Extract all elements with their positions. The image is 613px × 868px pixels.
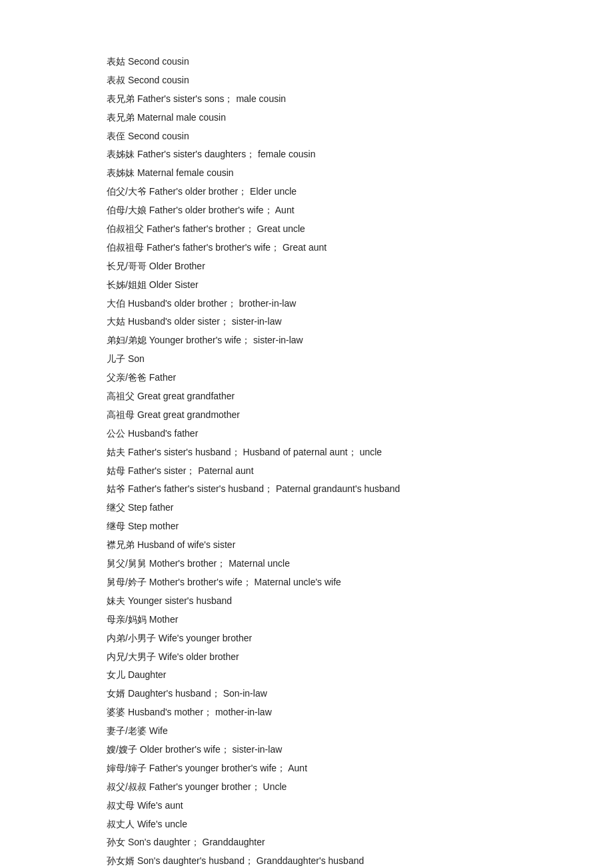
list-item: 表姑 Second cousin xyxy=(107,53,506,71)
chinese-term: 儿子 xyxy=(107,353,125,364)
english-definition: Second cousin xyxy=(128,56,189,67)
chinese-term: 大伯 xyxy=(107,298,125,309)
english-definition: Great great grandfather xyxy=(137,391,235,401)
list-item: 妻子/老婆 Wife xyxy=(107,723,506,740)
chinese-term: 伯叔祖母 xyxy=(107,242,144,253)
english-definition: Father's younger brother's wife； Aunt xyxy=(149,763,307,773)
list-item: 姑夫 Father's sister's husband； Husband of… xyxy=(107,444,506,461)
english-definition: Son's daughter's husband； Granddaughter'… xyxy=(137,855,364,866)
list-item: 高祖母 Great great grandmother xyxy=(107,407,506,424)
english-definition: Older Brother xyxy=(149,261,205,271)
chinese-term: 高祖父 xyxy=(107,391,135,401)
chinese-term: 内弟/小男子 xyxy=(107,633,156,643)
list-item: 伯叔祖父 Father's father's brother； Great un… xyxy=(107,221,506,238)
english-definition: Wife xyxy=(149,725,168,736)
list-item: 伯叔祖母 Father's father's brother's wife； G… xyxy=(107,239,506,257)
english-definition: Father xyxy=(149,372,176,383)
chinese-term: 伯父/大爷 xyxy=(107,186,147,197)
english-definition: Mother's brother； Maternal uncle xyxy=(149,558,290,569)
list-item: 襟兄弟 Husband of wife's sister xyxy=(107,537,506,554)
chinese-term: 表兄弟 xyxy=(107,93,135,104)
chinese-term: 高祖母 xyxy=(107,409,135,420)
list-item: 姑母 Father's sister； Paternal aunt xyxy=(107,463,506,480)
english-definition: Husband of wife's sister xyxy=(137,539,235,550)
english-definition: Father's older brother's wife； Aunt xyxy=(149,205,295,215)
list-item: 表叔 Second cousin xyxy=(107,72,506,89)
list-item: 叔父/叔叔 Father's younger brother； Uncle xyxy=(107,779,506,796)
english-definition: Husband's older brother； brother-in-law xyxy=(128,298,296,309)
chinese-term: 大姑 xyxy=(107,316,125,327)
chinese-term: 表姊妹 xyxy=(107,167,135,178)
chinese-term: 叔丈人 xyxy=(107,819,135,829)
english-definition: Step mother xyxy=(128,521,179,531)
list-item: 孙女婿 Son's daughter's husband； Granddaugh… xyxy=(107,853,506,868)
list-item: 伯父/大爷 Father's older brother； Elder uncl… xyxy=(107,183,506,201)
chinese-term: 叔丈母 xyxy=(107,800,135,811)
list-item: 女儿 Daughter xyxy=(107,667,506,684)
english-definition: Wife's younger brother xyxy=(159,633,252,643)
english-definition: Second cousin xyxy=(128,75,189,85)
chinese-term: 继父 xyxy=(107,502,125,513)
list-item: 父亲/爸爸 Father xyxy=(107,369,506,387)
chinese-term: 舅父/舅舅 xyxy=(107,558,147,569)
english-definition: Husband's older sister； sister-in-law xyxy=(128,316,282,327)
english-definition: Husband's father xyxy=(128,428,198,439)
list-item: 女婿 Daughter's husband； Son-in-law xyxy=(107,685,506,703)
chinese-term: 表兄弟 xyxy=(107,112,135,123)
english-definition: Father's sister's daughters； female cous… xyxy=(137,149,316,159)
chinese-term: 长姊/姐姐 xyxy=(107,279,147,290)
chinese-term: 孙女婿 xyxy=(107,855,135,866)
english-definition: Father's father's brother's wife； Great … xyxy=(147,242,326,253)
list-item: 婶母/婶子 Father's younger brother's wife； A… xyxy=(107,760,506,777)
english-definition: Maternal male cousin xyxy=(137,112,226,123)
list-item: 叔丈母 Wife's aunt xyxy=(107,797,506,815)
english-definition: Daughter's husband； Son-in-law xyxy=(128,688,267,699)
chinese-term: 伯母/大娘 xyxy=(107,205,147,215)
list-item: 嫂/嫂子 Older brother's wife； sister-in-law xyxy=(107,741,506,759)
list-item: 舅父/舅舅 Mother's brother； Maternal uncle xyxy=(107,555,506,573)
chinese-term: 婶母/婶子 xyxy=(107,763,147,773)
english-definition: Older brother's wife； sister-in-law xyxy=(140,744,283,755)
chinese-term: 女婿 xyxy=(107,688,125,699)
chinese-term: 表姊妹 xyxy=(107,149,135,159)
english-definition: Father's father's brother； Great uncle xyxy=(147,223,305,234)
english-definition: Father's sister's sons； male cousin xyxy=(137,93,286,104)
english-definition: Husband's mother； mother-in-law xyxy=(128,707,272,717)
list-item: 伯母/大娘 Father's older brother's wife； Aun… xyxy=(107,202,506,219)
english-definition: Maternal female cousin xyxy=(137,167,234,178)
list-item: 长姊/姐姐 Older Sister xyxy=(107,277,506,294)
chinese-term: 婆婆 xyxy=(107,707,125,717)
list-item: 婆婆 Husband's mother； mother-in-law xyxy=(107,704,506,721)
list-item: 大姑 Husband's older sister； sister-in-law xyxy=(107,313,506,331)
chinese-term: 继母 xyxy=(107,521,125,531)
chinese-term: 伯叔祖父 xyxy=(107,223,144,234)
list-item: 叔丈人 Wife's uncle xyxy=(107,816,506,833)
chinese-term: 姑母 xyxy=(107,465,125,476)
english-definition: Wife's aunt xyxy=(137,800,183,811)
chinese-term: 表侄 xyxy=(107,131,125,141)
chinese-term: 表姑 xyxy=(107,56,125,67)
chinese-term: 舅母/妗子 xyxy=(107,577,147,587)
list-item: 继父 Step father xyxy=(107,499,506,517)
chinese-term: 表叔 xyxy=(107,75,125,85)
english-definition: Older Sister xyxy=(149,279,199,290)
list-item: 公公 Husband's father xyxy=(107,425,506,443)
list-item: 孙女 Son's daughter； Granddaughter xyxy=(107,834,506,851)
list-item: 表姊妹 Father's sister's daughters； female … xyxy=(107,146,506,163)
chinese-term: 叔父/叔叔 xyxy=(107,781,147,792)
list-item: 高祖父 Great great grandfather xyxy=(107,388,506,405)
english-definition: Second cousin xyxy=(128,131,189,141)
chinese-term: 姑爷 xyxy=(107,483,125,494)
list-item: 舅母/妗子 Mother's brother's wife； Maternal … xyxy=(107,574,506,591)
chinese-term: 姑夫 xyxy=(107,447,125,457)
english-definition: Wife's older brother xyxy=(159,651,239,662)
chinese-term: 内兄/大男子 xyxy=(107,651,156,662)
list-item: 母亲/妈妈 Mother xyxy=(107,611,506,629)
content-list: 表姑 Second cousin表叔 Second cousin表兄弟 Fath… xyxy=(107,53,506,868)
english-definition: Father's father's sister's husband； Pate… xyxy=(128,483,400,494)
list-item: 表侄 Second cousin xyxy=(107,128,506,145)
chinese-term: 嫂/嫂子 xyxy=(107,744,137,755)
english-definition: Daughter xyxy=(128,669,167,680)
list-item: 妹夫 Younger sister's husband xyxy=(107,593,506,610)
list-item: 姑爷 Father's father's sister's husband； P… xyxy=(107,481,506,498)
